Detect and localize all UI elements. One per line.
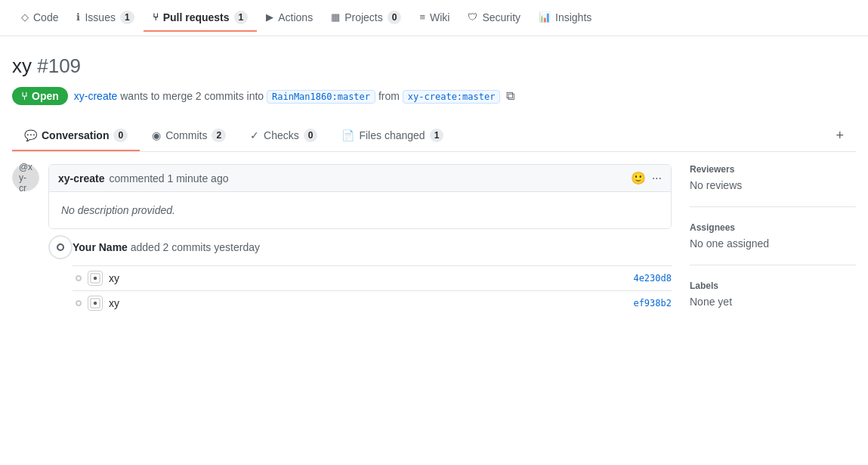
pr-badge: 1 [234, 11, 249, 24]
checks-badge: 0 [304, 129, 318, 142]
pr-open-badge: ⑂ Open [12, 87, 68, 105]
nav-code[interactable]: ◇ Code [12, 5, 67, 31]
files-changed-icon: 📄 [341, 129, 354, 141]
sidebar-reviewers: Reviewers No reviews [690, 164, 856, 207]
files-changed-badge: 1 [430, 129, 444, 142]
comment-time: commented 1 minute ago [110, 172, 229, 184]
pr-meta: xy-create wants to merge 2 commits into … [74, 89, 515, 104]
commit-sha-0[interactable]: 4e230d8 [633, 273, 672, 284]
nav-wiki[interactable]: ≡ Wiki [410, 5, 459, 31]
commits-badge: 2 [212, 129, 226, 142]
pr-icon: ⑂ [153, 11, 159, 23]
projects-badge: 0 [388, 11, 402, 24]
pr-status-row: ⑂ Open xy-create wants to merge 2 commit… [12, 87, 856, 105]
comment-box: xy-create commented 1 minute ago 🙂 ··· N… [48, 164, 672, 229]
more-options-button[interactable]: ··· [652, 172, 662, 185]
pr-sidebar: Reviewers No reviews Assignees No one as… [690, 164, 856, 338]
svg-point-4 [94, 302, 97, 305]
add-tab-button[interactable]: + [823, 120, 856, 151]
emoji-button[interactable]: 🙂 [631, 171, 646, 185]
svg-point-0 [57, 244, 63, 250]
labels-label: Labels [690, 281, 856, 291]
nav-projects[interactable]: ▦ Projects 0 [322, 5, 410, 32]
commit-sha-1[interactable]: ef938b2 [633, 298, 672, 308]
nav-security[interactable]: 🛡 Security [459, 5, 530, 31]
nav-insights[interactable]: 📊 Insights [530, 5, 601, 31]
commit-row-0: xy 4e230d8 [73, 265, 672, 290]
checks-icon: ✓ [250, 129, 259, 141]
commit-icon-0 [88, 271, 103, 286]
comment-header-right: 🙂 ··· [631, 171, 662, 185]
commit-message-0: xy [109, 272, 627, 284]
head-branch[interactable]: xy-create:master [403, 90, 501, 104]
issues-badge: 1 [120, 11, 134, 24]
timeline: Your Name added 2 commits yesterday xy [48, 241, 672, 315]
tab-files-changed[interactable]: 📄 Files changed 1 [329, 121, 456, 151]
pr-title: xy #109 [12, 54, 856, 78]
projects-icon: ▦ [331, 11, 340, 23]
issues-icon: ℹ [76, 11, 80, 23]
reviewers-label: Reviewers [690, 164, 856, 175]
actions-icon: ▶ [266, 11, 273, 23]
commit-row-1: xy ef938b2 [73, 290, 672, 315]
open-icon: ⑂ [21, 90, 27, 102]
main-content: xy #109 ⑂ Open xy-create wants to merge … [0, 36, 868, 350]
repo-nav: ◇ Code ℹ Issues 1 ⑂ Pull requests 1 ▶ Ac… [12, 5, 601, 32]
commit-dot-1 [76, 300, 82, 306]
timeline-text: Your Name added 2 commits yesterday [73, 241, 260, 253]
nav-issues[interactable]: ℹ Issues 1 [67, 5, 143, 32]
assignees-value: No one assigned [690, 237, 856, 250]
commit-message-1: xy [109, 297, 627, 309]
tab-checks[interactable]: ✓ Checks 0 [238, 121, 329, 151]
commit-dot-0 [76, 275, 82, 281]
pr-number: #109 [37, 54, 81, 77]
comment-author[interactable]: xy-create [58, 172, 105, 184]
assignees-label: Assignees [690, 222, 856, 233]
labels-value: None yet [690, 296, 856, 308]
nav-pull-requests[interactable]: ⑂ Pull requests 1 [144, 5, 258, 32]
comment-area: @xy-cr xy-create commented 1 minute ago … [12, 164, 672, 315]
comment-body: No description provided. [49, 192, 671, 228]
insights-icon: 📊 [539, 11, 551, 23]
svg-point-2 [94, 277, 97, 280]
security-icon: 🛡 [468, 11, 477, 23]
sidebar-assignees: Assignees No one assigned [690, 222, 856, 265]
conversation-icon: 💬 [24, 129, 37, 141]
commenter-avatar: @xy-cr [12, 164, 39, 191]
pr-tabs: 💬 Conversation 0 ◉ Commits 2 ✓ Checks 0 … [12, 120, 856, 152]
timeline-commits-header: Your Name added 2 commits yesterday [73, 241, 672, 253]
sidebar-labels: Labels None yet [690, 281, 856, 323]
reviewers-value: No reviews [690, 179, 856, 191]
tab-conversation[interactable]: 💬 Conversation 0 [12, 121, 140, 151]
conversation-badge: 0 [113, 129, 128, 142]
code-icon: ◇ [21, 11, 29, 23]
pr-body: @xy-cr xy-create commented 1 minute ago … [12, 152, 856, 338]
comment-header-left: xy-create commented 1 minute ago [58, 172, 228, 184]
timeline-actor: Your Name [73, 241, 128, 253]
timeline-commits-icon [48, 235, 73, 259]
nav-actions[interactable]: ▶ Actions [257, 5, 322, 31]
pr-author[interactable]: xy-create [74, 90, 118, 102]
base-branch[interactable]: RainMan1860:master [267, 90, 375, 104]
commit-icon-1 [88, 296, 103, 311]
comment-header: xy-create commented 1 minute ago 🙂 ··· [49, 165, 671, 192]
wiki-icon: ≡ [419, 11, 425, 23]
top-nav: ◇ Code ℹ Issues 1 ⑂ Pull requests 1 ▶ Ac… [0, 0, 868, 36]
commit-list: xy 4e230d8 xy ef938b2 [73, 265, 672, 315]
tab-commits[interactable]: ◉ Commits 2 [140, 121, 238, 151]
commits-icon: ◉ [152, 129, 161, 141]
clipboard-icon[interactable]: ⧉ [506, 89, 514, 102]
pr-main-column: @xy-cr xy-create commented 1 minute ago … [12, 164, 672, 338]
